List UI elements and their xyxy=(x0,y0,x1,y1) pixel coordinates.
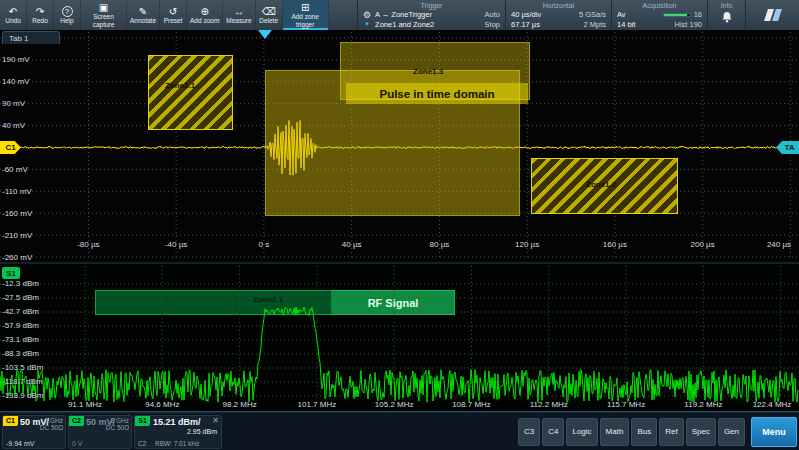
pencil-icon: ✎ xyxy=(139,6,147,17)
time-x-tick: 40 µs xyxy=(342,240,362,249)
info-panel[interactable]: Info xyxy=(707,0,745,30)
gear-icon[interactable]: ⚙ xyxy=(363,11,371,20)
spectrum-x-tick: 105.2 MHz xyxy=(375,400,414,409)
time-x-tick: 240 µs xyxy=(767,240,791,249)
spec-button[interactable]: Spec xyxy=(686,418,716,446)
s1-source: C2 xyxy=(138,440,146,447)
eraser-icon: ⌫ xyxy=(262,6,276,17)
channel-c1-box[interactable]: C150 mV/2 GHzDC 50Ω-9.94 mV xyxy=(2,415,66,449)
time-domain-chart: Pulse in time domain Zone1.1 Zone1.3 Zon… xyxy=(0,30,799,262)
preset-button[interactable]: ↺Preset xyxy=(160,0,187,30)
horizontal-panel[interactable]: Horizontal 40 µs/div 5 GSa/s 67.17 µs 2 … xyxy=(505,0,611,30)
undo-label: Undo xyxy=(5,17,21,24)
horizontal-settings: 40 µs/div 5 GSa/s 67.17 µs 2 Mpts xyxy=(511,10,606,29)
rohde-schwarz-logo xyxy=(745,0,799,30)
spectrum-x-tick: 119.2 MHz xyxy=(684,400,722,409)
toolbar-buttons: ↶Undo↷Redo?Help▣Screen capture✎Annotate↺… xyxy=(0,0,329,30)
spectrum-s1-badge[interactable]: S1 xyxy=(2,267,20,279)
s1-rbw: RBW: 7.01 kHz xyxy=(155,440,199,447)
zone-1-1[interactable] xyxy=(148,55,233,130)
math-button[interactable]: Math xyxy=(600,418,630,446)
s1-tab: S1 xyxy=(135,416,150,426)
channel-meta: 2 GHzDC 50Ω xyxy=(106,417,129,431)
camera-icon: ▣ xyxy=(99,2,108,13)
trigger-position-marker-icon[interactable] xyxy=(258,30,272,39)
acquisition-settings: Av 16 14 bit Hist 190 xyxy=(617,10,702,29)
channel-c2-box[interactable]: C250 mV/2 GHzDC 50Ω0 V xyxy=(68,415,132,449)
time-x-tick: 160 µs xyxy=(603,240,627,249)
time-x-tick: 80 µs xyxy=(430,240,450,249)
acquisition-mode[interactable]: Av xyxy=(617,10,653,19)
menu-button[interactable]: Menu xyxy=(751,417,797,447)
zone-1-3-label: Zone1.3 xyxy=(413,67,443,76)
sample-rate: 5 GSa/s xyxy=(579,10,606,19)
undo-button[interactable]: ↶Undo xyxy=(0,0,27,30)
tab-1[interactable]: Tab 1 xyxy=(2,31,60,44)
record-length: 2 Mpts xyxy=(579,20,606,29)
time-x-tick: 0 s xyxy=(259,240,270,249)
screen-capture-label: Screen capture xyxy=(84,13,123,27)
spectrum-annotation-label: RF Signal xyxy=(331,290,455,315)
delete-label: Delete xyxy=(259,17,278,24)
annotate-button[interactable]: ✎Annotate xyxy=(127,0,160,30)
redo-button[interactable]: ↷Redo xyxy=(27,0,54,30)
channel-coupling: DC 50Ω xyxy=(40,424,63,431)
trigger-run-state[interactable]: Stop xyxy=(485,20,500,29)
oscilloscope-app: ↶Undo↷Redo?Help▣Screen capture✎Annotate↺… xyxy=(0,0,799,450)
time-x-tick: -80 µs xyxy=(77,240,99,249)
delete-button[interactable]: ⌫Delete xyxy=(256,0,283,30)
bus-button[interactable]: Bus xyxy=(631,418,657,446)
screen-capture-button[interactable]: ▣Screen capture xyxy=(81,0,127,30)
horizontal-position[interactable]: 67.17 µs xyxy=(511,20,569,29)
channel-tab: C1 xyxy=(3,416,18,426)
spectrum-x-tick: 108.7 MHz xyxy=(452,400,491,409)
spectrum-s1-box[interactable]: S1 15.21 dBm/ ✕ 2.95 dBm C2 RBW: 7.01 kH… xyxy=(134,415,222,449)
c3-button[interactable]: C3 xyxy=(518,418,540,446)
spectrum-trace-svg xyxy=(0,264,799,412)
trigger-panel[interactable]: Trigger ⚙ ▼ A → ZoneTrigger Auto Zone1 a… xyxy=(357,0,505,30)
help-button[interactable]: ?Help xyxy=(54,0,81,30)
spectrum-x-tick: 101.7 MHz xyxy=(298,400,337,409)
redo-icon: ↷ xyxy=(36,6,44,17)
info-panel-title: Info xyxy=(713,1,740,10)
trigger-panel-title: Trigger xyxy=(363,1,500,10)
s1-trace xyxy=(0,307,798,403)
trigger-mode[interactable]: Auto xyxy=(485,10,500,19)
add-zone-trigger-button[interactable]: ⊞Add zone trigger xyxy=(283,0,329,30)
close-icon[interactable]: ✕ xyxy=(212,416,219,425)
measure-button[interactable]: ↔Measure xyxy=(223,0,255,30)
spectrum-x-tick: 94.6 MHz xyxy=(145,400,179,409)
resolution: 14 bit xyxy=(617,20,653,29)
status-bar: C150 mV/2 GHzDC 50Ω-9.94 mVC250 mV/2 GHz… xyxy=(0,412,799,450)
horizontal-scale[interactable]: 40 µs/div xyxy=(511,10,569,19)
toolbar: ↶Undo↷Redo?Help▣Screen capture✎Annotate↺… xyxy=(0,0,799,30)
trigger-panel-body: ⚙ ▼ A → ZoneTrigger Auto Zone1 and Zone2… xyxy=(363,10,500,29)
spectrum-x-tick: 98.2 MHz xyxy=(222,400,256,409)
time-x-axis-labels: -80 µs-40 µs0 s40 µs80 µs120 µs160 µs200… xyxy=(0,240,799,251)
channel-offset: 0 V xyxy=(72,440,83,447)
zone-plus-icon: ⊞ xyxy=(301,2,309,13)
time-x-tick: 120 µs xyxy=(515,240,539,249)
history-count[interactable]: Hist 190 xyxy=(663,20,702,29)
add-zoom-label: Add zoom xyxy=(190,17,219,24)
spectrum-x-tick: 122.4 MHz xyxy=(753,400,792,409)
channel-tab: C2 xyxy=(69,416,84,426)
channel-offset: -9.94 mV xyxy=(6,440,34,447)
trigger-logic[interactable]: Zone1 and Zone2 xyxy=(375,20,474,29)
c4-button[interactable]: C4 xyxy=(542,418,564,446)
average-count: 16 xyxy=(694,10,702,19)
spectrum-chart: RF Signal Zone2.1 -12.3 dBm-27.5 dBm-42.… xyxy=(0,262,799,412)
trigger-source[interactable]: A → ZoneTrigger xyxy=(375,10,474,19)
bell-icon[interactable] xyxy=(713,12,740,23)
dropdown-arrow-icon[interactable]: ▼ xyxy=(364,21,370,28)
toolbar-spacer xyxy=(329,0,357,30)
gen-button[interactable]: Gen xyxy=(718,418,745,446)
average-progress-bar xyxy=(663,13,691,17)
acquisition-panel[interactable]: Acquisition Av 16 14 bit Hist 190 xyxy=(611,0,707,30)
add-zone-trigger-label: Add zone trigger xyxy=(286,13,325,27)
add-zoom-button[interactable]: ⊕Add zoom xyxy=(187,0,223,30)
logic-button[interactable]: Logic xyxy=(566,418,597,446)
zone-2-1-label: Zone2.1 xyxy=(253,295,283,304)
ref-button[interactable]: Ref xyxy=(659,418,683,446)
acquisition-panel-title: Acquisition xyxy=(617,1,702,10)
